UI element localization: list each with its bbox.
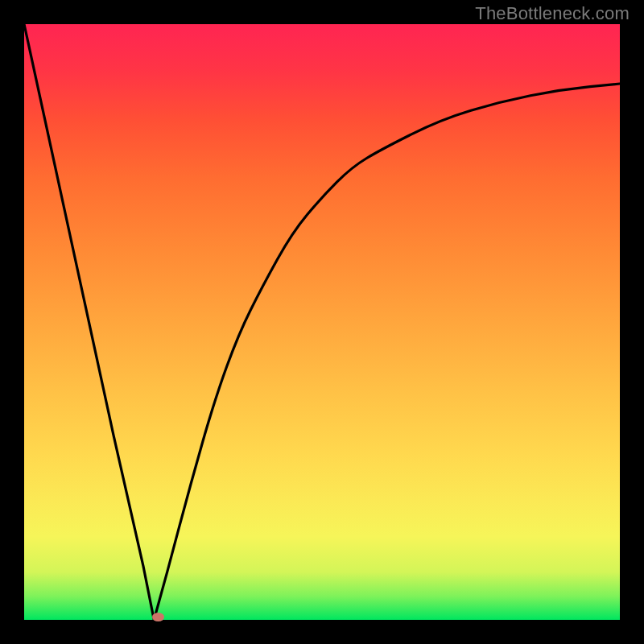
- minimum-marker-dot: [152, 613, 164, 621]
- watermark-text: TheBottleneck.com: [475, 3, 630, 24]
- chart-frame: TheBottleneck.com: [0, 0, 644, 644]
- bottleneck-curve: [24, 24, 620, 620]
- plot-area: [24, 24, 620, 620]
